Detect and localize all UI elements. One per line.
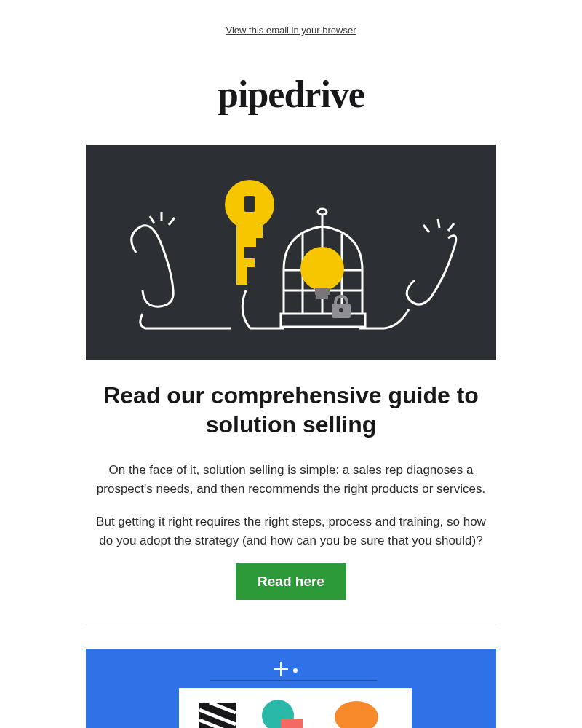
svg-line-19 <box>423 225 429 232</box>
svg-rect-4 <box>244 196 255 212</box>
social-icons-panel-icon <box>86 649 496 728</box>
svg-rect-16 <box>316 295 328 299</box>
view-in-browser-link[interactable]: View this email in your browser <box>226 25 356 36</box>
svg-point-18 <box>339 308 343 312</box>
svg-line-2 <box>169 218 175 225</box>
svg-rect-15 <box>315 288 330 295</box>
svg-point-24 <box>294 669 297 672</box>
svg-line-20 <box>438 219 439 228</box>
brand-logo: pipedrive <box>86 73 496 116</box>
article-paragraph-2: But getting it right requires the right … <box>86 513 496 551</box>
article-headline: Read our comprehensive guide to solution… <box>86 381 496 439</box>
svg-rect-5 <box>236 226 263 234</box>
hero-illustration <box>86 145 496 360</box>
svg-rect-33 <box>281 719 303 728</box>
svg-line-21 <box>448 223 454 231</box>
section-divider <box>86 625 496 625</box>
svg-rect-13 <box>281 314 365 327</box>
article-paragraph-1: On the face of it, solution selling is s… <box>86 461 496 499</box>
brand-wordmark: pipedrive <box>218 74 364 115</box>
read-here-button[interactable]: Read here <box>236 563 346 600</box>
preheader: View this email in your browser <box>86 0 496 73</box>
svg-line-0 <box>150 216 154 223</box>
cta-container: Read here <box>86 563 496 600</box>
email-container: View this email in your browser pipedriv… <box>73 0 509 728</box>
birdcage-lightbulb-illustration-icon <box>86 145 496 360</box>
secondary-illustration <box>86 649 496 728</box>
svg-point-7 <box>318 209 327 215</box>
svg-point-14 <box>300 247 344 290</box>
